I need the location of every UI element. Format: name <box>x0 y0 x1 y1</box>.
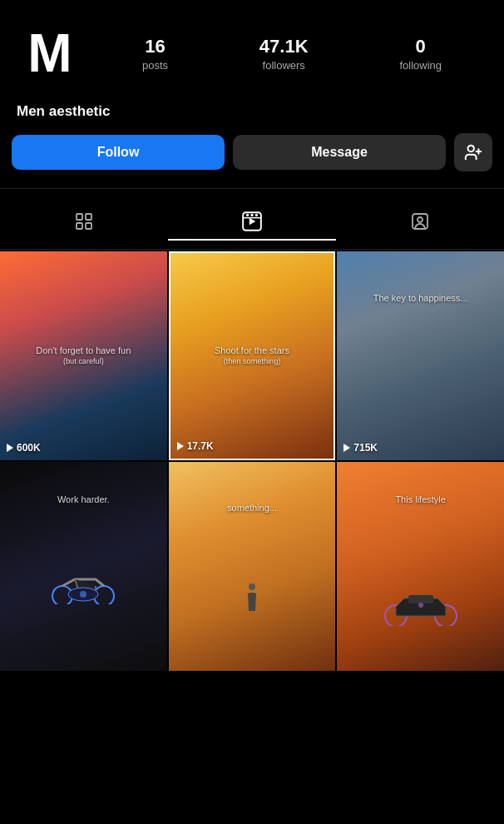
tab-grid[interactable] <box>0 204 168 241</box>
atv-icon <box>379 588 462 626</box>
view-count: 600K <box>7 442 41 454</box>
svg-point-13 <box>418 217 422 222</box>
svg-rect-5 <box>77 223 82 229</box>
following-label: following <box>399 59 442 72</box>
play-icon <box>177 442 184 450</box>
grid-item[interactable]: Don't forget to have fun(but careful) 60… <box>0 251 167 460</box>
play-icon <box>7 444 13 452</box>
person-icon <box>244 582 260 615</box>
svg-rect-21 <box>408 595 433 603</box>
grid-item[interactable]: The key to happiness... 715K <box>337 251 504 460</box>
grid-icon <box>73 211 95 232</box>
header-divider <box>0 188 504 189</box>
follow-button[interactable]: Follow <box>12 135 225 170</box>
message-button[interactable]: Message <box>233 135 446 170</box>
view-count: 715K <box>343 442 378 454</box>
add-friend-button[interactable] <box>454 133 492 171</box>
action-buttons: Follow Message <box>0 133 504 188</box>
grid-item[interactable]: Shoot for the stars(then something) 17.7… <box>169 251 336 460</box>
tab-bar <box>0 196 504 250</box>
posts-count: 16 <box>145 36 165 57</box>
tab-tagged[interactable] <box>336 204 504 241</box>
svg-point-11 <box>255 214 258 216</box>
tagged-icon <box>409 211 431 232</box>
tab-reels[interactable] <box>168 204 336 241</box>
grid-item[interactable]: Work harder. <box>0 462 167 671</box>
stat-following: 0 following <box>399 36 442 72</box>
following-count: 0 <box>416 36 426 57</box>
avatar: M <box>17 20 83 87</box>
svg-point-0 <box>468 146 474 151</box>
motorcycle-icon <box>50 571 116 604</box>
username: Men aesthetic <box>17 103 487 120</box>
grid-item[interactable]: something... <box>169 462 336 671</box>
svg-rect-3 <box>77 214 82 220</box>
view-count: 17.7K <box>177 440 214 452</box>
stat-followers: 47.1K followers <box>259 36 309 72</box>
reels-icon <box>241 211 263 232</box>
play-icon <box>343 444 350 452</box>
add-friend-icon <box>464 143 482 161</box>
posts-label: posts <box>142 59 168 72</box>
svg-point-22 <box>418 603 423 608</box>
svg-point-18 <box>249 583 255 590</box>
content-grid: Don't forget to have fun(but careful) 60… <box>0 251 504 671</box>
followers-label: followers <box>263 59 305 72</box>
svg-point-10 <box>250 214 253 216</box>
svg-rect-4 <box>86 214 91 220</box>
stats-row: 16 posts 47.1K followers 0 following <box>96 36 487 72</box>
svg-rect-6 <box>86 223 91 229</box>
profile-header: M 16 posts 47.1K followers 0 following <box>0 0 504 100</box>
followers-count: 47.1K <box>259 36 309 57</box>
bio-section: Men aesthetic <box>0 100 504 133</box>
svg-point-17 <box>80 591 86 598</box>
stat-posts: 16 posts <box>142 36 168 72</box>
grid-item[interactable]: This lifestyle <box>337 462 504 671</box>
svg-point-9 <box>246 214 249 216</box>
